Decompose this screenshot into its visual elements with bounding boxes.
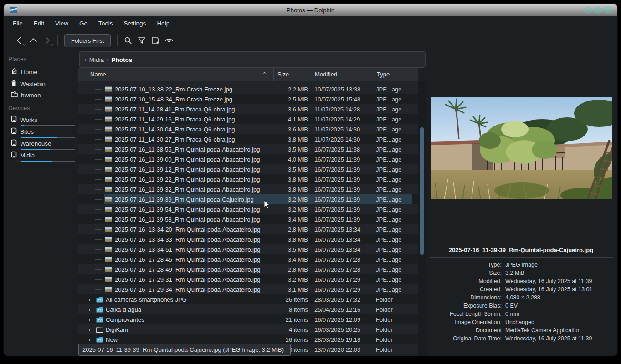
- file-row[interactable]: 2025-07-16_13-34-51_Rm-Quintal-poda-Abac…: [78, 244, 418, 254]
- menu-view[interactable]: View: [50, 18, 74, 29]
- folder-icon: [96, 327, 103, 333]
- device-usage-bar: [21, 149, 75, 150]
- sort-ascending-icon: ⌃: [262, 71, 267, 78]
- drive-icon: [11, 139, 17, 147]
- folder-row[interactable]: ›New16 items28/03/2025 19:18Folder: [78, 334, 418, 344]
- info-field-label: Image Orientation:: [427, 318, 502, 326]
- sidebar-item-home[interactable]: Home: [11, 68, 37, 76]
- home-icon: [11, 68, 18, 76]
- file-row[interactable]: 2025-07-11_14-30-04_Rm-Praca-Q6-obra.jpg…: [78, 124, 418, 134]
- info-field-label: Exposure Bias:: [427, 302, 502, 310]
- file-row[interactable]: 2025-07-11_14-29-16_Rm-Praca-Q6-obra.jpg…: [78, 114, 418, 124]
- info-fields: Type:JPEG ImageSize:3.2 MiBModified:Wedn…: [427, 261, 616, 343]
- titlebar: Photos — Dolphin: [4, 4, 617, 16]
- file-row[interactable]: 2025-07-16_11-39-54_Rm-Quintal-poda-Abac…: [78, 204, 418, 214]
- image-folder-icon: [96, 317, 103, 323]
- column-header-type[interactable]: Type: [373, 68, 415, 81]
- search-icon[interactable]: [121, 34, 135, 47]
- menu-tools[interactable]: Tools: [93, 18, 118, 29]
- photo-thumbnail-icon: [105, 227, 112, 232]
- info-field-label: Original Date Time:: [427, 334, 502, 343]
- column-header-name[interactable]: Name ⌃: [78, 68, 273, 81]
- file-row[interactable]: 2025-07-10_13-38-22_Rm-Crash-Freeze.jpg2…: [78, 84, 418, 94]
- info-field-value: JPEG Image: [505, 261, 616, 269]
- close-button[interactable]: [605, 6, 612, 14]
- expander-chevron-icon[interactable]: ›: [88, 296, 94, 303]
- folders-first-button[interactable]: Folders First: [64, 34, 111, 47]
- image-preview: [431, 97, 612, 199]
- expander-chevron-icon[interactable]: ›: [88, 326, 94, 333]
- file-row[interactable]: 2025-07-16_11-38-55_Rm-Quintal-poda-Abac…: [78, 144, 418, 154]
- preview-eye-icon[interactable]: [162, 34, 176, 47]
- maximize-button[interactable]: [595, 6, 602, 14]
- sidebar-device-sites[interactable]: Sites: [11, 127, 75, 138]
- sidebar-device-works[interactable]: Works: [11, 116, 75, 126]
- expander-chevron-icon[interactable]: ›: [88, 336, 94, 343]
- info-field-label: Focal Length 35mm:: [427, 310, 502, 318]
- photo-thumbnail-icon: [105, 287, 112, 292]
- menu-settings[interactable]: Settings: [118, 18, 152, 29]
- file-row[interactable]: 2025-07-10_15-48-34_Rm-Crash-Freeze.jpg2…: [78, 94, 418, 104]
- photo-thumbnail-icon: [105, 237, 112, 242]
- file-row[interactable]: 2025-07-16_17-29-31_Rm-Quintal-poda-Abac…: [78, 274, 418, 284]
- column-header-size[interactable]: Size: [273, 68, 311, 81]
- file-row[interactable]: 2025-07-16_17-28-49_Rm-Quintal-poda-Abac…: [78, 264, 418, 274]
- file-row[interactable]: 2025-07-16_13-34-20_Rm-Quintal-poda-Abac…: [78, 224, 418, 234]
- file-row[interactable]: 2025-07-16_17-28-45_Rm-Quintal-poda-Abac…: [78, 254, 418, 264]
- file-row[interactable]: 2025-07-16_11-39-32_Rm-Quintal-poda-Abac…: [78, 184, 418, 194]
- menu-file[interactable]: File: [7, 18, 28, 29]
- photo-thumbnail-icon: [105, 147, 112, 152]
- file-row[interactable]: 2025-07-16_11-39-58_Rm-Quintal-poda-Abac…: [78, 214, 418, 224]
- info-divider: [430, 257, 613, 258]
- file-row[interactable]: 2025-07-11_14-28-41_Rm-Praca-Q6-obra.jpg…: [78, 104, 418, 114]
- file-row[interactable]: 2025-07-16_17-29-34_Rm-Quintal-poda-Abac…: [78, 284, 418, 294]
- back-button[interactable]: [13, 34, 26, 47]
- info-field-label: Size:: [427, 269, 502, 277]
- folder-row[interactable]: ›DigiKam4 items16/03/2025 20:25Folder: [78, 324, 418, 334]
- image-folder-icon: [96, 337, 103, 343]
- filter-icon[interactable]: [135, 34, 149, 47]
- info-field-label: Dimensions:: [427, 293, 502, 302]
- minimize-button[interactable]: [585, 6, 592, 14]
- device-usage-bar: [21, 125, 75, 126]
- breadcrumb-item-midia[interactable]: Midia: [89, 56, 104, 63]
- places-header: Places: [8, 56, 27, 62]
- file-row[interactable]: 2025-07-16_11-39-22_Rm-Quintal-poda-Abac…: [78, 174, 418, 184]
- folder-row[interactable]: ›Comprovantes21 items16/07/2025 12:09Fol…: [78, 314, 418, 324]
- file-row[interactable]: 2025-07-16_11-39-12_Rm-Quintal-poda-Abac…: [78, 164, 418, 174]
- vertical-scrollbar[interactable]: [418, 81, 426, 356]
- file-row[interactable]: 2025-07-11_14-30-27_Rm-Praca-Q6-obra.jpg…: [78, 134, 418, 144]
- folder-row[interactable]: ›Caixa-d-agua8 items25/04/2025 12:16Fold…: [78, 304, 418, 314]
- sidebar-item-hwmon[interactable]: hwmon: [11, 91, 41, 99]
- menu-help[interactable]: Help: [151, 18, 175, 29]
- split-view-icon[interactable]: [149, 34, 162, 47]
- menu-go[interactable]: Go: [74, 18, 93, 29]
- breadcrumb[interactable]: › Midia › Photos: [79, 51, 426, 68]
- menu-edit[interactable]: Edit: [28, 18, 50, 29]
- breadcrumb-chevron-icon: ›: [84, 56, 87, 63]
- sidebar-device-warehouse[interactable]: Warehouse: [11, 139, 75, 150]
- file-row[interactable]: 2025-07-16_13-34-33_Rm-Quintal-poda-Abac…: [78, 234, 418, 244]
- scrollbar-thumb[interactable]: [420, 127, 424, 255]
- info-filename: 2025-07-16_11-39-39_Rm-Quintal-poda-Caju…: [427, 247, 615, 253]
- breadcrumb-chevron-icon: ›: [107, 56, 109, 63]
- folder-row[interactable]: ›All-cameras-smartphones-JPG26 items28/0…: [78, 294, 418, 304]
- sidebar-item-wastebin[interactable]: Wastebin: [11, 80, 46, 88]
- forward-button[interactable]: [40, 34, 54, 47]
- expander-chevron-icon[interactable]: ›: [88, 316, 94, 323]
- toolbar-separator: [117, 35, 118, 46]
- sidebar-device-midia[interactable]: Midia: [11, 151, 75, 162]
- breadcrumb-item-photos[interactable]: Photos: [112, 56, 133, 63]
- column-header-modified[interactable]: Modified: [311, 68, 373, 81]
- expander-chevron-icon[interactable]: ›: [88, 306, 94, 313]
- toolbar-separator: [57, 35, 58, 46]
- info-field-value: Wednesday, 16 July 2025 at 11:39: [505, 334, 616, 343]
- file-row[interactable]: 2025-07-16_11-39-00_Rm-Quintal-poda-Abac…: [78, 154, 418, 164]
- photo-thumbnail-icon: [105, 106, 112, 112]
- file-row[interactable]: 2025-07-16_11-39-39_Rm-Quintal-poda-Caju…: [78, 194, 418, 204]
- photo-thumbnail-icon: [105, 96, 112, 102]
- mouse-cursor: [263, 200, 272, 209]
- window-title: Photos — Dolphin: [4, 7, 617, 14]
- photo-thumbnail-icon: [105, 217, 112, 222]
- up-button[interactable]: [26, 34, 40, 47]
